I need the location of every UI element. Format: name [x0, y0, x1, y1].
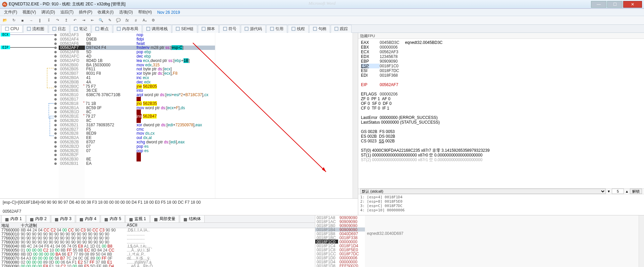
- calling-convention-select[interactable]: 默认 (stdcall): [360, 189, 606, 194]
- stack-row[interactable]: 0018F1B090909090: [315, 223, 365, 227]
- menu-plugin[interactable]: 插件(P): [76, 9, 95, 16]
- addr-row[interactable]: 00562B30: [59, 157, 85, 161]
- breakpoint-dot[interactable]: [54, 141, 57, 143]
- tab-调用堆栈[interactable]: 调用堆栈: [143, 25, 171, 33]
- dump-tab-结构体[interactable]: ▦结构体: [180, 215, 205, 223]
- breakpoint-dot[interactable]: [54, 120, 57, 122]
- tool-stepover-icon[interactable]: ↷: [54, 17, 61, 24]
- addr-row[interactable]: 00562AFC: [59, 54, 85, 59]
- tool-fx-icon[interactable]: fx: [123, 17, 131, 24]
- bytes-row[interactable]: EE: [85, 136, 135, 140]
- stack-row[interactable]: 0018F1AC90909090: [315, 219, 365, 223]
- disasm-row[interactable]: mov word ptr ds:[ecx+F],ds: [135, 106, 215, 110]
- tool-restart-icon[interactable]: ↻: [10, 17, 17, 24]
- addr-row[interactable]: 00562B2B: [59, 140, 85, 144]
- stack-row[interactable]: 0018F1C000000000: [315, 240, 365, 244]
- breakpoint-dot[interactable]: [54, 64, 57, 66]
- breakpoint-dot[interactable]: [54, 47, 57, 49]
- breakpoint-dot[interactable]: [54, 60, 57, 62]
- addr-row[interactable]: 00562B0B: [59, 80, 85, 84]
- disasm-row[interactable]: [135, 157, 215, 161]
- bytes-row[interactable]: 90: [85, 33, 135, 37]
- tool-patch-icon[interactable]: ✎: [106, 17, 113, 24]
- breakpoint-dot[interactable]: [54, 98, 57, 101]
- breakpoint-dot[interactable]: [54, 145, 57, 148]
- tool-pause-icon[interactable]: ‖: [36, 17, 44, 24]
- breakpoint-dot[interactable]: [54, 81, 57, 83]
- tab-源代码[interactable]: 源代码: [241, 25, 266, 33]
- breakpoint-dot[interactable]: [54, 150, 57, 152]
- tool-stepback-icon[interactable]: ↶: [71, 17, 78, 24]
- disasm-row[interactable]: [135, 153, 215, 157]
- bytes-row[interactable]: ˅71 1B: [85, 102, 135, 106]
- args-spin-down-icon[interactable]: ▾: [608, 189, 610, 194]
- menu-debug[interactable]: 调试(D): [39, 9, 58, 16]
- tool-az-icon[interactable]: Aₐ: [141, 17, 148, 24]
- addr-row[interactable]: 00562B0A: [59, 76, 85, 80]
- tool-traceout-icon[interactable]: ⇤: [89, 17, 96, 24]
- disasm-panel[interactable]: ECX EIP 00562AF300562AF400562AF600562AF7…: [0, 33, 358, 198]
- addr-row[interactable]: 00562B21: [59, 123, 85, 127]
- stack-row[interactable]: 0018F1B490909090: [315, 227, 365, 231]
- disasm-row[interactable]: pop es: [135, 149, 215, 153]
- breakpoint-dot[interactable]: [54, 107, 57, 109]
- breakpoint-dot[interactable]: [54, 51, 57, 53]
- stack-row[interactable]: 0018F1D000000006: [315, 256, 365, 260]
- tab-内存布局[interactable]: 内存布局: [113, 25, 142, 33]
- breakpoint-dot[interactable]: [54, 154, 57, 156]
- stack-row[interactable]: 0018F1D400000000: [315, 260, 365, 264]
- breakpoint-dot[interactable]: [54, 111, 57, 113]
- disasm-text[interactable]: nopfldpifwaitfnstenv m28 ptr ss:[esp-C]p…: [135, 33, 215, 198]
- addr-row[interactable]: 00562B20: [59, 119, 85, 123]
- breakpoint-dot[interactable]: [54, 128, 57, 131]
- breakpoint-dot[interactable]: [54, 132, 57, 135]
- disasm-row[interactable]: jns 562B47: [135, 114, 215, 119]
- disasm-row[interactable]: xor dword ptr ds:[edi+72350978],eax: [135, 123, 215, 127]
- stack-row[interactable]: 0018F1A890909090: [315, 215, 365, 219]
- registers-panel[interactable]: EAX0045BD3C eqnedt32.0045BD3CEBX00000006…: [358, 39, 644, 188]
- bytes-row[interactable]: 8E: [85, 157, 135, 161]
- stack-panel[interactable]: 0018F1A8909090900018F1AC909090900018F1B0…: [315, 215, 644, 267]
- bytes-row[interactable]: ˅79 27: [85, 114, 135, 119]
- bytes-row[interactable]: 4D: [85, 54, 135, 59]
- tab-线程[interactable]: 线程: [288, 25, 309, 33]
- menu-fav[interactable]: 收藏夹(I): [95, 9, 116, 16]
- breakpoint-dot[interactable]: [54, 38, 57, 41]
- disasm-addresses[interactable]: 00562AF300562AF400562AF600562AF700562AFB…: [59, 33, 85, 198]
- stack-row[interactable]: 0018F1B80040D697: [315, 231, 365, 236]
- menu-trace[interactable]: 追踪(T): [58, 9, 76, 16]
- tab-流程图[interactable]: 流程图: [23, 25, 48, 33]
- tab-脚本[interactable]: 脚本: [198, 25, 219, 33]
- args-spin-up-icon[interactable]: ▴: [626, 189, 628, 194]
- breakpoint-dot[interactable]: [54, 34, 57, 36]
- bytes-row[interactable]: 07: [85, 149, 135, 153]
- disasm-row[interactable]: arpl word ptr ds:[esi+esi*2+B718C37],cx: [135, 93, 215, 97]
- tab-句柄[interactable]: 句柄: [309, 25, 330, 33]
- tab-CPU[interactable]: CPU: [1, 25, 22, 32]
- dump-tab-内存 1[interactable]: ▦内存 1: [1, 215, 25, 223]
- dump-tab-内存 4[interactable]: ▦内存 4: [76, 215, 100, 223]
- bytes-row[interactable]: [85, 97, 135, 102]
- dump-tab-局部变量[interactable]: ▦局部变量: [150, 215, 179, 223]
- breakpoint-dot[interactable]: [54, 55, 57, 58]
- dump-row[interactable]: 7766009000 00 00 00 E8 F1 18 C2 10 00 8B…: [0, 264, 315, 267]
- bytes-row[interactable]: 4A: [85, 80, 135, 84]
- tool-stepout-icon[interactable]: ↥: [62, 17, 70, 24]
- breakpoint-dot[interactable]: [54, 77, 57, 79]
- disasm-row[interactable]: [135, 97, 215, 102]
- tab-符号[interactable]: 符号: [219, 25, 240, 33]
- disasm-row[interactable]: jne 562B05: [135, 84, 215, 89]
- args-panel[interactable]: 1: [esp+4] 0018F1D4 2: [esp+8] 0018F5E0 …: [358, 194, 644, 215]
- menu-file[interactable]: 文件(F): [1, 9, 20, 16]
- breakpoint-dot[interactable]: [54, 115, 57, 118]
- close-button[interactable]: ✕: [623, 1, 642, 8]
- tab-引用[interactable]: 引用: [266, 25, 287, 33]
- breakpoint-dot[interactable]: [54, 89, 57, 92]
- minimize-button[interactable]: —: [591, 1, 606, 8]
- tool-tracein-icon[interactable]: ⇥: [80, 17, 87, 24]
- stack-row[interactable]: 0018F1C80018F5E0: [315, 248, 365, 252]
- menu-view[interactable]: 视图(V): [20, 9, 39, 16]
- tab-SEH链[interactable]: SEH链: [172, 25, 197, 33]
- args-lock-button[interactable]: 解锁: [630, 189, 642, 194]
- bytes-row[interactable]: 638C76 378C710B: [85, 93, 135, 97]
